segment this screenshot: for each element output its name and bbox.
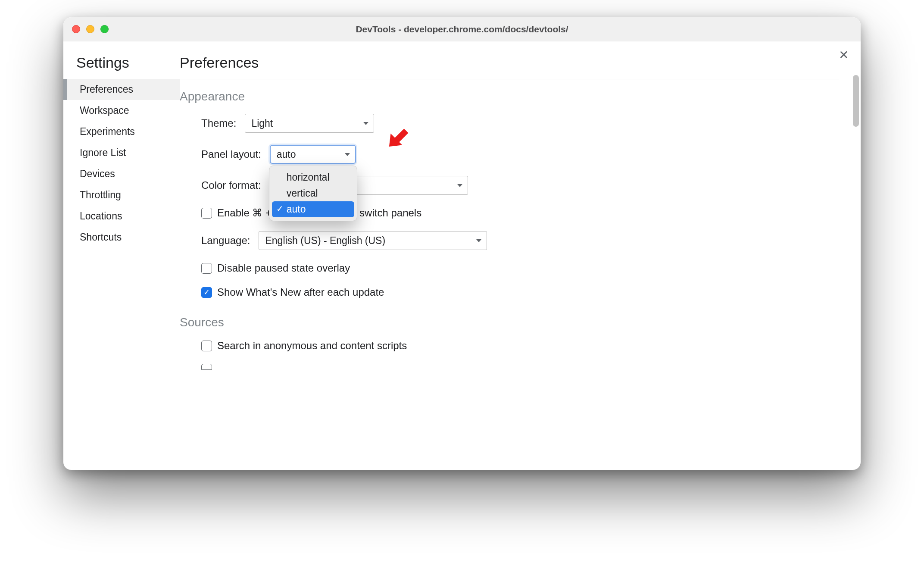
panel-layout-dropdown: horizontal vertical auto bbox=[269, 166, 357, 221]
show-whats-new-label: Show What's New after each update bbox=[217, 286, 384, 298]
panel-layout-option-horizontal[interactable]: horizontal bbox=[272, 169, 354, 185]
window-minimize-button[interactable] bbox=[86, 25, 94, 33]
sidebar-item-ignore-list[interactable]: Ignore List bbox=[63, 142, 180, 163]
sidebar-item-devices[interactable]: Devices bbox=[63, 163, 180, 185]
enable-shortcut-checkbox[interactable] bbox=[201, 208, 212, 219]
show-whats-new-checkbox[interactable]: ✓ bbox=[201, 287, 212, 298]
sidebar-item-locations[interactable]: Locations bbox=[63, 206, 180, 227]
disable-paused-checkbox[interactable] bbox=[201, 263, 212, 274]
sidebar-item-shortcuts[interactable]: Shortcuts bbox=[63, 227, 180, 248]
show-whats-new-row: ✓ Show What's New after each update bbox=[201, 286, 839, 298]
titlebar: DevTools - developer.chrome.com/docs/dev… bbox=[63, 17, 861, 41]
panel-layout-select[interactable]: auto bbox=[270, 145, 356, 164]
divider bbox=[180, 79, 839, 79]
section-appearance-heading: Appearance bbox=[180, 90, 839, 103]
window-zoom-button[interactable] bbox=[100, 25, 109, 33]
partial-checkbox[interactable] bbox=[201, 364, 212, 370]
panel-layout-row: Panel layout: auto bbox=[201, 145, 839, 164]
search-anon-checkbox[interactable] bbox=[201, 341, 212, 351]
panel-layout-option-auto[interactable]: auto bbox=[272, 201, 354, 217]
chevron-down-icon bbox=[363, 122, 368, 125]
annotation-arrow-icon bbox=[382, 123, 412, 153]
panel-layout-label: Panel layout: bbox=[201, 148, 261, 160]
disable-paused-label: Disable paused state overlay bbox=[217, 262, 350, 274]
language-select[interactable]: English (US) - English (US) bbox=[259, 231, 487, 250]
devtools-window: DevTools - developer.chrome.com/docs/dev… bbox=[63, 17, 861, 470]
chevron-down-icon bbox=[345, 153, 350, 156]
content-region: ✕ Settings Preferences Workspace Experim… bbox=[63, 41, 861, 470]
partial-cutoff-row bbox=[201, 364, 839, 370]
panel-layout-option-vertical[interactable]: vertical bbox=[272, 185, 354, 201]
theme-select-value: Light bbox=[251, 118, 273, 129]
chevron-down-icon bbox=[476, 239, 481, 242]
panel-layout-select-value: auto bbox=[277, 149, 296, 160]
sidebar-item-throttling[interactable]: Throttling bbox=[63, 185, 180, 206]
sidebar-item-workspace[interactable]: Workspace bbox=[63, 100, 180, 121]
enable-shortcut-label-suffix: switch panels bbox=[359, 207, 421, 219]
disable-paused-row: Disable paused state overlay bbox=[201, 262, 839, 274]
color-format-label: Color format: bbox=[201, 179, 261, 191]
window-title: DevTools - developer.chrome.com/docs/dev… bbox=[63, 24, 861, 34]
sidebar-heading: Settings bbox=[63, 54, 180, 79]
section-sources-heading: Sources bbox=[180, 316, 839, 329]
theme-label: Theme: bbox=[201, 117, 236, 129]
theme-select[interactable]: Light bbox=[245, 114, 374, 133]
window-close-button[interactable] bbox=[72, 25, 80, 33]
language-label: Language: bbox=[201, 235, 250, 247]
language-row: Language: English (US) - English (US) bbox=[201, 231, 839, 250]
enable-shortcut-label-prefix: Enable ⌘ + bbox=[217, 207, 272, 219]
preferences-panel: Preferences Appearance Theme: Light Pane… bbox=[180, 41, 861, 470]
traffic-lights bbox=[72, 25, 109, 33]
page-title: Preferences bbox=[180, 54, 839, 71]
sidebar-list: Preferences Workspace Experiments Ignore… bbox=[63, 79, 180, 248]
sidebar-item-experiments[interactable]: Experiments bbox=[63, 121, 180, 142]
search-anon-row: Search in anonymous and content scripts bbox=[201, 340, 839, 352]
search-anon-label: Search in anonymous and content scripts bbox=[217, 340, 407, 352]
language-select-value: English (US) - English (US) bbox=[265, 235, 385, 247]
settings-sidebar: Settings Preferences Workspace Experimen… bbox=[63, 41, 180, 470]
chevron-down-icon bbox=[457, 184, 462, 187]
sidebar-item-preferences[interactable]: Preferences bbox=[63, 79, 180, 100]
theme-row: Theme: Light bbox=[201, 114, 839, 133]
